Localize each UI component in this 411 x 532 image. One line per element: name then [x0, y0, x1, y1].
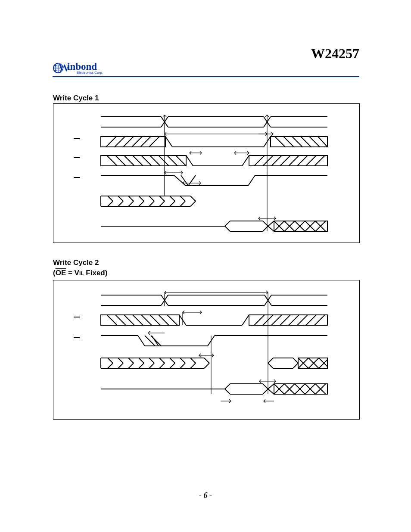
- svg-line-77: [159, 201, 165, 206]
- svg-line-132: [150, 315, 160, 325]
- svg-line-49: [263, 156, 273, 166]
- svg-line-75: [149, 201, 154, 206]
- svg-line-37: [124, 156, 134, 166]
- svg-line-176: [190, 358, 196, 363]
- svg-line-153: [152, 336, 159, 346]
- svg-line-93: [268, 226, 274, 231]
- svg-line-59: [188, 175, 196, 186]
- svg-line-199: [263, 389, 268, 394]
- svg-line-166: [139, 358, 144, 363]
- svg-line-128: [115, 315, 126, 325]
- svg-line-171: [159, 363, 165, 368]
- svg-line-185: [293, 363, 298, 368]
- svg-line-29: [283, 137, 294, 147]
- svg-line-141: [271, 315, 282, 325]
- svg-line-50: [271, 156, 282, 166]
- svg-line-52: [289, 156, 299, 166]
- svg-line-24: [165, 137, 172, 147]
- datasheet-page: W24257 W inbond Electronics Corp. Write …: [0, 0, 411, 532]
- svg-rect-202: [274, 384, 327, 394]
- svg-line-67: [108, 201, 113, 206]
- svg-line-168: [149, 358, 154, 363]
- svg-line-44: [186, 156, 193, 166]
- svg-line-184: [293, 358, 298, 363]
- svg-line-21: [132, 137, 142, 147]
- svg-line-151: [145, 336, 155, 346]
- section2-subtitle: (OE = VIL Fixed): [53, 269, 107, 277]
- svg-line-165: [128, 363, 134, 368]
- svg-line-143: [289, 315, 299, 325]
- svg-line-39: [141, 156, 152, 166]
- svg-line-22: [140, 137, 151, 147]
- svg-line-200: [268, 384, 274, 389]
- svg-line-144: [297, 315, 308, 325]
- svg-line-55: [314, 156, 325, 166]
- svg-line-41: [159, 156, 169, 166]
- svg-line-46: [242, 156, 249, 166]
- header-divider: [53, 76, 359, 77]
- svg-line-80: [180, 196, 185, 201]
- svg-line-38: [133, 156, 143, 166]
- svg-line-69: [118, 201, 123, 206]
- svg-line-178: [204, 358, 209, 363]
- svg-line-181: [268, 363, 273, 368]
- write-cycle-1-diagram: [53, 103, 360, 243]
- svg-line-51: [280, 156, 290, 166]
- svg-line-142: [280, 315, 290, 325]
- svg-line-62: [248, 175, 255, 186]
- section2-title: Write Cycle 2: [53, 258, 99, 267]
- svg-line-137: [242, 315, 249, 325]
- svg-line-198: [263, 384, 268, 389]
- svg-line-129: [124, 315, 134, 325]
- svg-line-173: [170, 363, 175, 368]
- svg-line-194: [225, 384, 230, 389]
- svg-line-73: [139, 201, 144, 206]
- svg-line-175: [180, 363, 185, 368]
- svg-line-201: [268, 389, 274, 394]
- svg-line-161: [108, 363, 113, 368]
- svg-line-18: [106, 137, 116, 147]
- svg-line-19: [115, 137, 125, 147]
- svg-line-20: [123, 137, 134, 147]
- svg-line-191: [319, 358, 327, 367]
- svg-line-164: [128, 358, 134, 363]
- svg-line-131: [141, 315, 152, 325]
- write-cycle-2-diagram: [53, 280, 360, 420]
- svg-line-33: [318, 137, 327, 147]
- svg-line-179: [204, 363, 209, 368]
- svg-line-78: [170, 196, 175, 201]
- svg-rect-186: [298, 358, 327, 368]
- svg-line-40: [150, 156, 160, 166]
- svg-line-160: [108, 358, 113, 363]
- svg-line-72: [139, 196, 144, 201]
- svg-line-192: [319, 360, 327, 368]
- svg-line-162: [118, 358, 123, 363]
- svg-line-31: [301, 137, 311, 147]
- svg-line-195: [225, 389, 230, 394]
- svg-line-68: [118, 196, 123, 201]
- svg-line-58: [181, 175, 188, 186]
- svg-line-127: [107, 315, 117, 325]
- svg-line-74: [149, 196, 154, 201]
- page-number: - 6 -: [0, 491, 411, 500]
- svg-line-53: [297, 156, 308, 166]
- svg-line-133: [159, 315, 169, 325]
- svg-line-177: [190, 363, 196, 368]
- svg-line-71: [128, 201, 134, 206]
- svg-line-174: [180, 358, 185, 363]
- svg-line-163: [118, 363, 123, 368]
- svg-line-167: [139, 363, 144, 368]
- svg-line-23: [149, 137, 159, 147]
- svg-line-134: [167, 315, 177, 325]
- svg-line-81: [180, 201, 185, 206]
- svg-line-145: [306, 315, 316, 325]
- svg-line-30: [292, 137, 302, 147]
- svg-line-48: [254, 156, 265, 166]
- svg-line-83: [190, 196, 196, 201]
- svg-line-170: [159, 358, 165, 363]
- svg-line-86: [225, 221, 230, 226]
- svg-line-84: [190, 201, 196, 206]
- company-logo: W inbond Electronics Corp.: [53, 60, 109, 78]
- svg-line-76: [159, 196, 165, 201]
- part-number: W24257: [311, 46, 359, 62]
